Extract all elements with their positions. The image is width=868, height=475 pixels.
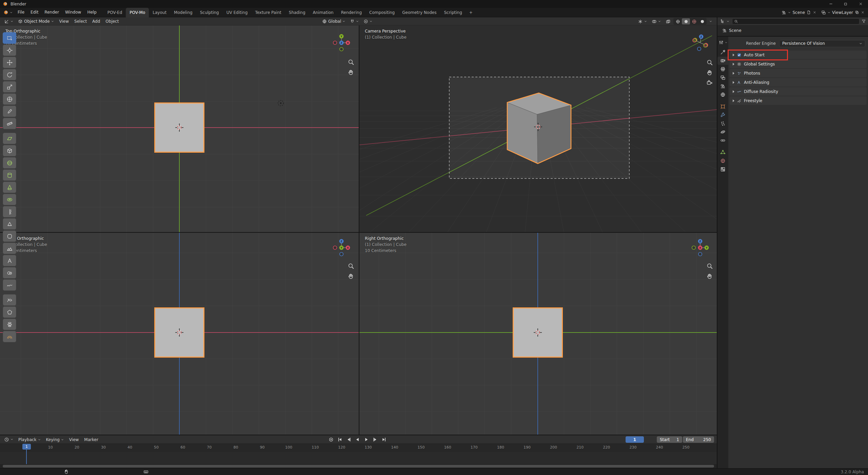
menu-edit[interactable]: Edit <box>27 8 41 17</box>
timeline-menu-keying[interactable]: Keying <box>43 436 66 444</box>
menu-render[interactable]: Render <box>41 8 62 17</box>
tool-annotate[interactable] <box>3 106 16 117</box>
properties-tab-material[interactable] <box>717 157 728 165</box>
viewlayer-selector[interactable]: ViewLayer <box>821 10 865 15</box>
tool-transform[interactable] <box>3 93 16 105</box>
hand-button[interactable] <box>347 272 355 280</box>
workspace-tab-uv-editing[interactable]: UV Editing <box>223 8 252 17</box>
shading-wireframe-button[interactable] <box>674 18 682 24</box>
tool-add-loft[interactable] <box>3 319 16 330</box>
tool-add-sphere[interactable] <box>3 157 16 169</box>
zoom-button[interactable] <box>347 262 355 270</box>
viewport-right-orthographic[interactable]: Right Orthographic (1) Collection | Cube… <box>359 233 717 435</box>
minimize-button[interactable] <box>823 0 838 8</box>
scrollbar-thumb[interactable] <box>3 465 714 468</box>
zoom-button[interactable] <box>706 59 713 66</box>
workspace-tab-sculpting[interactable]: Sculpting <box>196 8 223 17</box>
end-frame-field[interactable]: End 250 <box>683 436 714 443</box>
tool-add-cone[interactable] <box>3 182 16 193</box>
editor-type-button[interactable] <box>2 436 15 443</box>
playhead-frame-badge[interactable]: 1 <box>22 444 31 450</box>
workspace-tab-compositing[interactable]: Compositing <box>366 8 398 17</box>
workspace-tab-modeling[interactable]: Modeling <box>170 8 196 17</box>
mode-select[interactable]: Object Mode <box>16 18 56 25</box>
scene-selector[interactable]: Scene <box>782 10 816 15</box>
start-frame-field[interactable]: Start 1 <box>657 436 682 443</box>
workspace-tab-pov-ed[interactable]: POV-Ed <box>104 8 126 17</box>
blender-menu-button[interactable] <box>1 9 15 16</box>
play-back-button[interactable] <box>354 436 361 443</box>
panel-photons[interactable]: Photons <box>730 69 867 77</box>
navigation-gizmo[interactable]: YXZ <box>332 33 351 52</box>
properties-tab-particles[interactable] <box>717 119 728 128</box>
properties-tab-modifiers[interactable] <box>717 111 728 119</box>
hand-button[interactable] <box>706 272 713 280</box>
timeline-menu-marker[interactable]: Marker <box>81 436 101 444</box>
jump-end-button[interactable] <box>380 436 388 443</box>
viewport-menu-add[interactable]: Add <box>90 17 103 25</box>
jump-start-button[interactable] <box>336 436 343 443</box>
filter-icon[interactable] <box>862 19 866 23</box>
proportional-editing-toggle[interactable] <box>361 18 374 25</box>
editor-type-button[interactable] <box>719 18 730 25</box>
workspace-tab-layout[interactable]: Layout <box>149 8 170 17</box>
navigation-gizmo[interactable]: ZXY <box>332 238 351 257</box>
navigation-gizmo[interactable]: ZYX <box>691 238 710 257</box>
shading-rendered-button[interactable] <box>698 18 706 24</box>
current-frame-field[interactable]: 1 <box>626 436 644 443</box>
camera-nav-button[interactable] <box>706 79 713 87</box>
properties-tab-output[interactable] <box>717 65 728 73</box>
properties-tab-world[interactable] <box>717 91 728 99</box>
tool-add-lathe[interactable] <box>3 206 16 217</box>
properties-tab-object[interactable] <box>717 102 728 111</box>
tool-cursor[interactable] <box>3 44 16 56</box>
prev-key-button[interactable] <box>345 436 352 443</box>
properties-tab-view-layer[interactable] <box>717 74 728 82</box>
shading-solid-button[interactable] <box>682 18 690 24</box>
timeline-ruler[interactable]: 1020304050607080901001101201301401501601… <box>0 444 717 452</box>
hand-button[interactable] <box>706 69 713 76</box>
hand-button[interactable] <box>347 69 355 76</box>
add-workspace-button[interactable]: + <box>466 8 476 17</box>
outliner-search-input[interactable] <box>732 18 860 24</box>
workspace-tab-pov-mo[interactable]: POV-Mo <box>126 8 149 17</box>
panel-freestyle[interactable]: Freestyle <box>730 96 867 105</box>
viewport-menu-select[interactable]: Select <box>72 17 90 25</box>
overlays-toggle[interactable] <box>650 18 663 25</box>
next-key-button[interactable] <box>371 436 379 443</box>
new-viewlayer-button[interactable] <box>855 10 859 15</box>
play-button[interactable] <box>362 436 370 443</box>
workspace-tab-animation[interactable]: Animation <box>309 8 337 17</box>
tool-add-polygon[interactable] <box>3 306 16 318</box>
autokey-button[interactable] <box>327 436 335 443</box>
panel-diffuse-radiosity[interactable]: Diffuse Radiosity <box>730 87 867 96</box>
tool-add-plane[interactable] <box>3 133 16 144</box>
shading-options-button[interactable] <box>707 18 714 25</box>
tool-select-box[interactable] <box>3 32 16 44</box>
tool-add-torus[interactable] <box>3 194 16 205</box>
viewport-menu-object[interactable]: Object <box>103 17 121 25</box>
menu-file[interactable]: File <box>15 8 27 17</box>
panel-global-settings[interactable]: Global Settings <box>730 60 867 68</box>
menu-help[interactable]: Help <box>84 8 99 17</box>
tool-add-heightfield[interactable] <box>3 243 16 254</box>
panel-auto-start[interactable]: Auto Start <box>730 51 867 59</box>
properties-tab-physics[interactable] <box>717 128 728 136</box>
timeline-channels[interactable] <box>0 452 717 464</box>
tool-add-box[interactable] <box>3 145 16 156</box>
editor-type-button[interactable] <box>2 18 15 25</box>
tool-add-rainbow[interactable] <box>3 331 16 342</box>
tool-add-prism[interactable] <box>3 218 16 230</box>
tool-scale[interactable] <box>3 81 16 93</box>
tool-add-superellipsoid[interactable] <box>3 230 16 242</box>
viewport-camera-perspective[interactable]: Camera Perspective (1) Collection | Cube… <box>359 25 717 232</box>
tool-rotate[interactable] <box>3 69 16 80</box>
render-engine-select[interactable]: Persistence Of Vision <box>779 40 865 47</box>
viewport-menu-view[interactable]: View <box>57 17 72 25</box>
new-scene-button[interactable] <box>807 10 811 15</box>
properties-tab-data[interactable] <box>717 148 728 156</box>
panel-anti-aliasing[interactable]: Anti-Aliasing <box>730 78 867 87</box>
tool-move[interactable] <box>3 57 16 68</box>
remove-viewlayer-button[interactable] <box>861 11 865 14</box>
gizmos-toggle[interactable] <box>636 18 649 25</box>
